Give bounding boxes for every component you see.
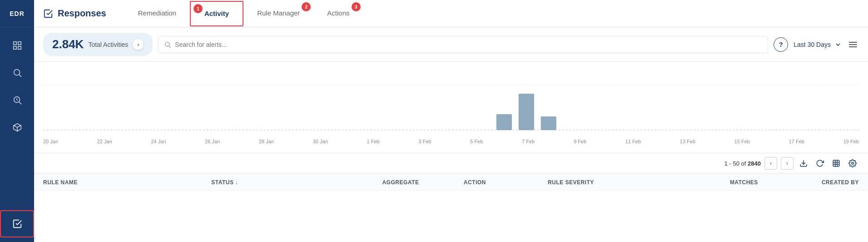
sort-arrow-status[interactable]: ↓: [236, 180, 238, 185]
page-title: Responses: [58, 8, 106, 19]
activity-count-number: 2.84K: [52, 37, 84, 51]
main-content: Responses Remediation Activity 1 Rule Ma…: [34, 0, 868, 242]
svg-rect-14: [519, 94, 534, 130]
search-input[interactable]: [175, 41, 762, 48]
search-bar: [158, 36, 768, 53]
activity-count-label: Total Activities: [88, 41, 128, 48]
svg-line-7: [19, 102, 21, 104]
tab-rule-manager[interactable]: Rule Manager 2: [243, 0, 313, 27]
table-area: 1 - 50 of 2840 ‹ ›: [34, 153, 868, 242]
search-icon: [164, 41, 171, 48]
sidebar-logo: EDR: [0, 0, 34, 27]
date-filter[interactable]: Last 30 Days: [794, 41, 842, 48]
svg-line-5: [19, 75, 21, 77]
sidebar-nav: [0, 27, 34, 242]
sidebar-item-packages[interactable]: [0, 114, 34, 141]
chevron-down-icon: [834, 41, 842, 48]
sidebar-item-search[interactable]: [0, 59, 34, 86]
table-headers: RULE NAME STATUS ↓ AGGREGATE ACTION RULE…: [34, 173, 868, 191]
sidebar-item-dashboard[interactable]: [0, 32, 34, 59]
svg-rect-17: [833, 160, 839, 166]
tab-activity[interactable]: Activity 1: [190, 1, 243, 26]
svg-rect-13: [496, 114, 512, 130]
activity-count-arrow[interactable]: ›: [133, 39, 144, 50]
sidebar-item-responses[interactable]: [0, 210, 34, 237]
header: Responses Remediation Activity 1 Rule Ma…: [34, 0, 868, 27]
svg-line-10: [169, 46, 171, 48]
th-rule-severity: RULE SEVERITY: [548, 179, 674, 186]
chart-area: 20 Jan 22 Jan 24 Jan 26 Jan 28 Jan 30 Ja…: [34, 62, 868, 153]
tab-activity-badge: 1: [193, 4, 203, 13]
sidebar-item-detection[interactable]: [0, 86, 34, 114]
chart-button[interactable]: [830, 157, 843, 170]
refresh-button[interactable]: [813, 157, 826, 170]
responses-icon: [43, 9, 53, 19]
settings-button[interactable]: [846, 157, 859, 170]
sidebar: EDR: [0, 0, 34, 242]
th-matches: MATCHES: [674, 179, 758, 186]
tab-remediation[interactable]: Remediation: [124, 0, 190, 27]
svg-rect-3: [18, 46, 20, 49]
svg-point-18: [852, 162, 854, 165]
page-title-area: Responses: [43, 8, 106, 19]
th-action: ACTION: [464, 179, 548, 186]
menu-button[interactable]: [847, 40, 859, 49]
svg-rect-15: [541, 116, 556, 130]
pagination-info: 1 - 50 of 2840: [724, 160, 761, 167]
svg-point-9: [165, 42, 169, 46]
download-button[interactable]: [797, 157, 810, 170]
activity-chart: [43, 71, 859, 135]
chart-x-labels: 20 Jan 22 Jan 24 Jan 26 Jan 28 Jan 30 Ja…: [43, 136, 859, 146]
th-status: STATUS ↓: [211, 179, 337, 186]
pagination-next-button[interactable]: ›: [781, 157, 794, 170]
th-rule-name: RULE NAME: [43, 179, 211, 186]
svg-rect-1: [18, 42, 20, 45]
toolbar: 2.84K Total Activities › ? Last 30 Days: [34, 27, 868, 62]
th-created-by: CREATED BY: [758, 179, 859, 186]
svg-point-4: [14, 70, 20, 76]
tab-rule-manager-badge: 2: [302, 2, 311, 11]
th-aggregate: AGGREGATE: [337, 179, 464, 186]
help-button[interactable]: ?: [774, 37, 788, 52]
tab-actions-badge: 3: [352, 2, 361, 11]
tab-actions[interactable]: Actions 3: [313, 0, 363, 27]
date-filter-label: Last 30 Days: [794, 41, 831, 48]
header-tabs: Remediation Activity 1 Rule Manager 2 Ac…: [124, 0, 363, 27]
svg-rect-2: [13, 46, 16, 49]
activity-count-card: 2.84K Total Activities ›: [43, 33, 153, 56]
table-pagination: 1 - 50 of 2840 ‹ ›: [34, 153, 868, 173]
pagination-prev-button[interactable]: ‹: [764, 157, 777, 170]
svg-rect-0: [13, 42, 16, 45]
